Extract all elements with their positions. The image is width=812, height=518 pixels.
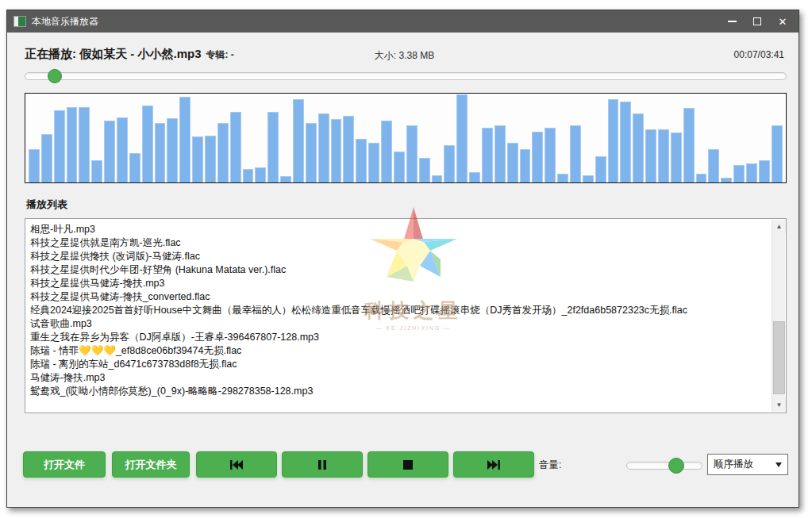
play-mode-select[interactable]: 顺序播放	[707, 454, 788, 475]
playlist-box[interactable]: 相思-叶凡.mp3科技之星提供就是南方凯-巡光.flac科技之星提供搀扶 (改词…	[25, 218, 787, 413]
play-mode-value: 顺序播放	[708, 458, 775, 471]
volume-track[interactable]	[626, 462, 702, 470]
visualizer-bar	[293, 99, 304, 182]
pause-button[interactable]	[282, 451, 363, 478]
time-label: 00:07/03:41	[734, 49, 784, 60]
playlist-item[interactable]: 试音歌曲.mp3	[30, 317, 768, 331]
visualizer-bar	[507, 143, 518, 182]
visualizer-bar	[142, 106, 153, 182]
visualizer-bar	[708, 149, 719, 182]
visualizer-bar	[280, 176, 291, 182]
visualizer-bar	[532, 132, 543, 182]
previous-track-button[interactable]	[196, 451, 277, 478]
visualizer-bar	[759, 160, 770, 182]
progress-track[interactable]	[25, 72, 787, 80]
scrollbar-thumb[interactable]	[773, 321, 785, 394]
playlist-item[interactable]: 科技之星提供马健涛-搀扶_converted.flac	[30, 290, 768, 304]
desktop-background: 本地音乐播放器 ✕ 正在播放: 假如某天 - 小小然.mp3专辑: - 大小: …	[0, 0, 812, 518]
playlist-item[interactable]: 鸳鸯戏_(哎呦小情郎你莫愁)_(0_9x)-略略略-298278358-128.…	[30, 385, 768, 398]
visualizer-bar	[394, 152, 405, 182]
visualizer-bar	[179, 97, 190, 182]
visualizer-bar	[683, 108, 695, 182]
next-icon	[487, 460, 500, 470]
volume-label: 音量:	[539, 459, 561, 472]
visualizer-bar	[129, 153, 140, 182]
volume-slider[interactable]	[626, 458, 702, 474]
visualizer-bar	[79, 107, 90, 182]
visualizer-bar	[733, 165, 745, 182]
visualizer-bar	[343, 116, 354, 182]
progress-thumb[interactable]	[48, 69, 62, 83]
playlist-item[interactable]: 重生之我在异乡为异客（DJ阿卓版）-王睿卓-396467807-128.mp3	[30, 331, 768, 344]
next-track-button[interactable]	[453, 451, 534, 478]
playlist-item[interactable]: 陈瑞 - 离别的车站_d6471c673783d8f8无损.flac	[30, 358, 768, 371]
visualizer-bar	[721, 178, 732, 182]
visualizer-bar	[444, 145, 455, 182]
playlist-item[interactable]: 科技之星提供时代少年团-好望角 (Hakuna Matata ver.).fla…	[30, 263, 768, 277]
progress-slider[interactable]	[25, 69, 787, 83]
open-file-button[interactable]: 打开文件	[23, 451, 106, 478]
visualizer-bar	[230, 112, 241, 182]
visualizer-bar	[41, 134, 52, 182]
previous-icon	[230, 460, 243, 470]
playlist-item[interactable]: 科技之星提供就是南方凯-巡光.flac	[30, 236, 768, 250]
chevron-down-icon	[775, 462, 782, 467]
visualizer-bar	[772, 125, 783, 182]
visualizer-bar	[368, 143, 379, 182]
playlist-item[interactable]: 陈瑞 - 情罪💛💛💛_ef8d8ce06bf39474无损.flac	[30, 344, 768, 358]
app-icon	[13, 16, 26, 27]
visualizer-bar	[671, 132, 682, 182]
visualizer-bar	[432, 175, 443, 182]
visualizer-bar	[545, 128, 556, 182]
visualizer	[25, 93, 787, 183]
visualizer-bar	[217, 123, 229, 182]
visualizer-bar	[243, 169, 254, 182]
visualizer-bar	[318, 113, 329, 182]
close-icon: ✕	[779, 16, 787, 28]
playlist-item[interactable]: 马健涛-搀扶.mp3	[30, 371, 768, 385]
volume-thumb[interactable]	[668, 458, 684, 474]
visualizer-bar	[645, 129, 656, 182]
visualizer-bar	[67, 107, 78, 182]
maximize-button[interactable]	[745, 11, 770, 32]
playlist-item[interactable]: 科技之星提供搀扶 (改词版)-马健涛.flac	[30, 250, 768, 263]
visualizer-bar	[495, 125, 506, 182]
playlist-item[interactable]: 经典2024迎接2025首首好听House中文舞曲（最幸福的人）松松缔造重低音车…	[30, 304, 768, 317]
title-bar[interactable]: 本地音乐播放器 ✕	[7, 10, 799, 33]
visualizer-bar	[595, 156, 606, 182]
pause-icon	[318, 460, 326, 470]
visualizer-bar	[557, 174, 568, 182]
visualizer-bar	[255, 167, 266, 182]
visualizer-bar	[29, 149, 40, 182]
visualizer-bar	[192, 136, 203, 182]
visualizer-bar	[620, 102, 631, 182]
visualizer-bar	[746, 163, 757, 182]
now-playing-label: 正在播放: 假如某天 - 小小然.mp3专辑: -	[25, 47, 234, 62]
visualizer-bar	[658, 129, 669, 182]
visualizer-bar	[54, 110, 65, 182]
visualizer-bar	[356, 139, 367, 183]
visualizer-bar	[482, 128, 493, 182]
window-title: 本地音乐播放器	[32, 15, 98, 29]
window-buttons: ✕	[719, 11, 795, 32]
visualizer-bar	[306, 123, 317, 182]
album-label: 专辑: -	[206, 49, 234, 60]
scroll-up-arrow[interactable]: ▲	[772, 220, 786, 233]
visualizer-bar	[583, 175, 594, 182]
file-size-label: 大小: 3.38 MB	[375, 49, 434, 63]
playlist-scrollbar[interactable]: ▲ ▼	[772, 220, 785, 412]
minimize-button[interactable]	[719, 11, 745, 32]
open-folder-button[interactable]: 打开文件夹	[112, 451, 190, 478]
playlist-item[interactable]: 相思-叶凡.mp3	[30, 223, 768, 236]
visualizer-bar	[469, 172, 480, 182]
stop-button[interactable]	[368, 451, 448, 478]
playlist-item[interactable]: 科技之星提供马健涛-搀扶.mp3	[30, 277, 768, 290]
minimize-icon	[728, 21, 737, 22]
visualizer-bar	[205, 136, 216, 182]
visualizer-bar	[633, 113, 644, 182]
scroll-down-arrow[interactable]: ▼	[772, 398, 786, 412]
close-button[interactable]: ✕	[770, 11, 795, 32]
visualizer-bar	[419, 158, 430, 182]
visualizer-bar	[104, 121, 115, 182]
visualizer-bar	[456, 94, 468, 182]
